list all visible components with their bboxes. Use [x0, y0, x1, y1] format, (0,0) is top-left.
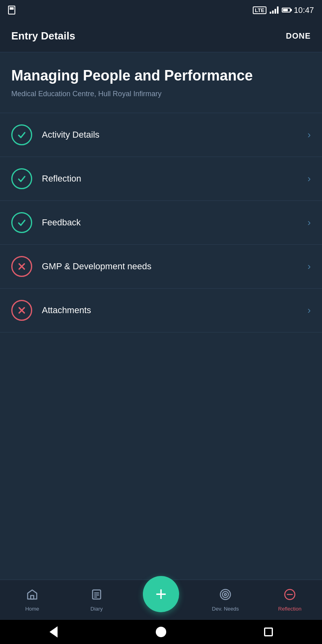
gmp-chevron: › — [308, 261, 311, 272]
activity-details-label: Activity Details — [42, 130, 308, 140]
plus-icon: + — [155, 584, 167, 604]
signal-icon — [270, 6, 279, 14]
svg-point-11 — [225, 593, 227, 595]
home-nav-label: Home — [25, 606, 39, 612]
page-title: Entry Details — [11, 30, 75, 42]
minus-circle-icon — [284, 588, 296, 603]
svg-rect-4 — [31, 595, 34, 599]
nav-item-home[interactable]: Home — [0, 588, 64, 612]
system-nav-bar — [0, 620, 322, 644]
gmp-label: GMP & Development needs — [42, 261, 308, 272]
nav-item-reflection[interactable]: Reflection — [258, 588, 322, 612]
attachments-status-icon — [11, 300, 32, 321]
menu-item-activity-details[interactable]: Activity Details › — [0, 113, 322, 157]
menu-item-reflection[interactable]: Reflection › — [0, 157, 322, 201]
sd-card-icon — [8, 6, 15, 14]
diary-icon — [91, 588, 103, 603]
lte-badge: LTE — [253, 6, 266, 14]
menu-item-gmp[interactable]: GMP & Development needs › — [0, 245, 322, 289]
add-fab-button[interactable]: + — [143, 576, 179, 612]
home-button[interactable] — [154, 625, 168, 639]
attachments-chevron: › — [308, 305, 311, 316]
nav-item-add[interactable]: + — [129, 588, 193, 612]
recents-button[interactable] — [261, 625, 276, 639]
done-button[interactable]: DONE — [286, 31, 311, 41]
gmp-status-icon — [11, 256, 32, 277]
reflection-label: Reflection — [42, 173, 308, 184]
dev-needs-nav-label: Dev. Needs — [212, 606, 239, 612]
activity-details-chevron: › — [308, 129, 311, 140]
reflection-nav-label: Reflection — [278, 606, 301, 612]
entry-title: Managing People and Performance — [11, 67, 311, 84]
status-bar: LTE 10:47 — [0, 0, 322, 20]
feedback-chevron: › — [308, 217, 311, 228]
reflection-status-icon — [11, 168, 32, 189]
menu-item-attachments[interactable]: Attachments › — [0, 289, 322, 332]
nav-item-dev-needs[interactable]: Dev. Needs — [193, 588, 258, 612]
target-icon — [219, 588, 231, 603]
reflection-chevron: › — [308, 173, 311, 184]
back-button[interactable] — [46, 625, 61, 639]
menu-list: Activity Details › Reflection › Feedback… — [0, 113, 322, 332]
feedback-label: Feedback — [42, 217, 308, 228]
nav-item-diary[interactable]: Diary — [64, 588, 129, 612]
activity-details-status-icon — [11, 124, 32, 145]
diary-nav-label: Diary — [91, 606, 103, 612]
home-icon — [26, 588, 38, 603]
battery-icon — [282, 8, 291, 12]
header: Entry Details DONE — [0, 20, 322, 52]
feedback-status-icon — [11, 212, 32, 233]
time-display: 10:47 — [294, 6, 314, 15]
svg-point-10 — [223, 591, 229, 597]
bottom-navigation: Home Diary + Dev. Needs — [0, 580, 322, 620]
menu-item-feedback[interactable]: Feedback › — [0, 201, 322, 245]
entry-subtitle: Medical Education Centre, Hull Royal Inf… — [11, 90, 311, 98]
hero-section: Managing People and Performance Medical … — [0, 52, 322, 113]
attachments-label: Attachments — [42, 305, 308, 316]
